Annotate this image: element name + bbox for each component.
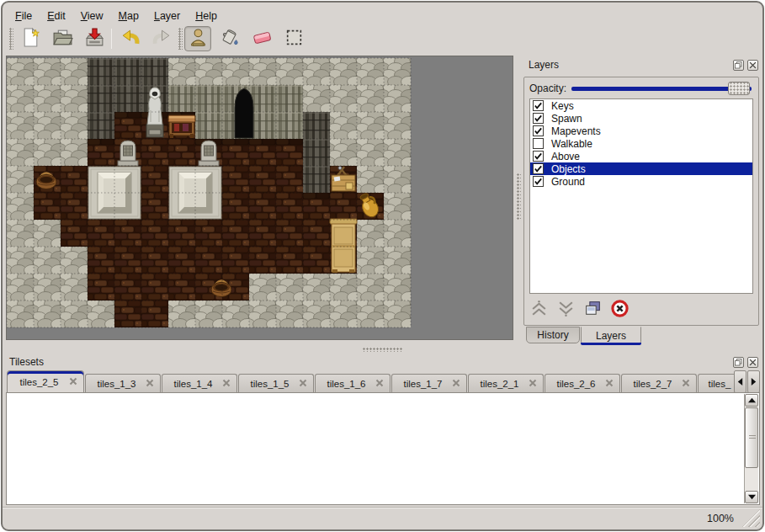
close-tab-icon[interactable] bbox=[529, 379, 537, 389]
map-object-gravestone bbox=[118, 141, 138, 166]
tileset-tab-tiles_2_6[interactable]: tiles_2_6 bbox=[545, 374, 620, 393]
redo-icon bbox=[151, 27, 173, 51]
menu-map[interactable]: Map bbox=[111, 8, 146, 24]
layer-label: Spawn bbox=[551, 113, 582, 125]
select-tool-button[interactable] bbox=[280, 26, 307, 51]
close-tab-icon[interactable] bbox=[299, 379, 307, 389]
layer-checkbox[interactable] bbox=[533, 125, 544, 136]
horizontal-splitter[interactable] bbox=[3, 346, 762, 354]
toolbar-separator bbox=[111, 29, 112, 49]
close-tab-icon[interactable] bbox=[222, 379, 231, 389]
close-tab-icon[interactable] bbox=[452, 379, 460, 389]
close-tab-icon[interactable] bbox=[682, 379, 690, 389]
layer-row-keys[interactable]: Keys bbox=[530, 99, 752, 112]
scrollbar-thumb[interactable] bbox=[745, 407, 758, 468]
close-panel-button[interactable] bbox=[747, 60, 758, 71]
menu-help[interactable]: Help bbox=[188, 8, 225, 24]
raise-layer-button[interactable] bbox=[528, 299, 550, 321]
menu-edit[interactable]: Edit bbox=[40, 8, 73, 24]
layer-checkbox[interactable] bbox=[533, 113, 544, 124]
tileset-scrollbar[interactable] bbox=[744, 394, 758, 503]
layer-checkbox[interactable] bbox=[533, 163, 544, 174]
close-tab-icon[interactable] bbox=[69, 377, 77, 387]
tab-scroll-right-button[interactable] bbox=[747, 370, 760, 393]
float-panel-button[interactable] bbox=[733, 60, 744, 71]
eraser-tool-button[interactable] bbox=[248, 26, 275, 51]
map-canvas[interactable] bbox=[6, 56, 513, 340]
tileset-tab-tiles_2_1[interactable]: tiles_2_1 bbox=[468, 374, 544, 393]
resize-grip[interactable] bbox=[742, 509, 760, 527]
layer-row-above[interactable]: Above bbox=[530, 150, 752, 162]
chevrons-up-icon bbox=[529, 299, 549, 322]
layer-checkbox[interactable] bbox=[533, 100, 544, 111]
tab-scroll-left-button[interactable] bbox=[734, 370, 746, 393]
layer-row-walkable[interactable]: Walkable bbox=[530, 137, 752, 150]
delete-layer-button[interactable] bbox=[608, 299, 630, 321]
layer-row-objects[interactable]: Objects bbox=[530, 162, 752, 175]
layer-checkbox[interactable] bbox=[533, 138, 544, 149]
close-tab-icon[interactable] bbox=[605, 379, 614, 389]
tileset-content bbox=[6, 392, 760, 505]
opacity-slider-handle[interactable] bbox=[728, 82, 750, 95]
tileset-tab-bar: tiles_2_5tiles_1_3tiles_1_4tiles_1_5tile… bbox=[6, 370, 760, 393]
layer-row-spawn[interactable]: Spawn bbox=[530, 112, 752, 125]
save-file-button[interactable] bbox=[81, 26, 108, 51]
tilesets-panel-title: Tilesets bbox=[9, 356, 44, 368]
opacity-label: Opacity: bbox=[529, 82, 571, 94]
layer-checkbox[interactable] bbox=[533, 151, 544, 162]
float-panel-button[interactable] bbox=[733, 357, 744, 368]
tilesets-panel: Tilesets tiles_2_5tiles_1_3tiles_1_4tile… bbox=[6, 354, 760, 506]
zoom-level: 100% bbox=[707, 513, 734, 524]
layer-row-ground[interactable]: Ground bbox=[530, 175, 752, 188]
menu-file[interactable]: File bbox=[8, 8, 40, 24]
scroll-up-button[interactable] bbox=[745, 394, 758, 407]
fill-tool-button[interactable] bbox=[216, 26, 243, 51]
close-tab-icon[interactable] bbox=[146, 379, 154, 389]
map-object-wardrobe bbox=[330, 219, 357, 273]
lower-layer-button[interactable] bbox=[555, 299, 576, 321]
new-file-icon bbox=[20, 27, 41, 51]
tileset-tab-tiles_1_5[interactable]: tiles_1_5 bbox=[238, 374, 314, 393]
open-folder-icon bbox=[52, 27, 73, 51]
open-file-button[interactable] bbox=[49, 26, 76, 51]
tileset-tab-tiles_1_3[interactable]: tiles_1_3 bbox=[85, 374, 161, 393]
splitter-grip bbox=[363, 348, 403, 352]
close-panel-button[interactable] bbox=[747, 357, 758, 368]
layer-label: Mapevents bbox=[551, 125, 601, 137]
layer-checkbox[interactable] bbox=[533, 176, 544, 187]
tileset-tab-tiles_1_7[interactable]: tiles_1_7 bbox=[391, 374, 467, 393]
layer-row-mapevents[interactable]: Mapevents bbox=[530, 125, 752, 137]
close-tab-icon[interactable] bbox=[375, 379, 384, 389]
layers-frame: Opacity: KeysSpawnMapeventsWalkableAbove… bbox=[523, 77, 759, 326]
duplicate-layer-button[interactable] bbox=[582, 299, 603, 321]
dock-tab-history[interactable]: History bbox=[526, 327, 580, 343]
map-object-table bbox=[168, 115, 195, 138]
layer-label: Keys bbox=[551, 100, 574, 112]
scroll-down-button[interactable] bbox=[745, 491, 758, 503]
toolbar-grip bbox=[178, 28, 183, 50]
vertical-splitter[interactable] bbox=[514, 56, 523, 340]
tileset-tab-tiles_1_4[interactable]: tiles_1_4 bbox=[162, 374, 237, 393]
redo-button[interactable] bbox=[148, 26, 175, 51]
opacity-slider[interactable] bbox=[571, 81, 753, 96]
undo-button[interactable] bbox=[116, 26, 143, 51]
layer-label: Above bbox=[551, 151, 580, 162]
toolbar-grip bbox=[9, 28, 13, 50]
tileset-tab-tiles_2_5[interactable]: tiles_2_5 bbox=[7, 370, 84, 393]
chevrons-down-icon bbox=[556, 299, 576, 322]
menu-layer[interactable]: Layer bbox=[146, 8, 188, 24]
stamp-tool-button[interactable] bbox=[184, 26, 211, 51]
dock-tab-layers[interactable]: Layers bbox=[581, 327, 641, 345]
menu-bar: FileEditViewMapLayerHelp bbox=[4, 7, 225, 24]
new-file-button[interactable] bbox=[17, 26, 44, 51]
tileset-tab-tiles_2_7[interactable]: tiles_2_7 bbox=[621, 374, 697, 393]
tileset-tab-tiles_1_6[interactable]: tiles_1_6 bbox=[315, 374, 390, 393]
app-window: FileEditViewMapLayerHelp Layers Opacity:… bbox=[1, 1, 764, 531]
layer-list: KeysSpawnMapeventsWalkableAboveObjectsGr… bbox=[529, 98, 753, 294]
eraser-icon bbox=[252, 27, 273, 51]
delete-red-icon bbox=[610, 299, 630, 322]
status-bar: 100% bbox=[3, 507, 762, 529]
opacity-slider-track bbox=[571, 87, 752, 91]
layer-label: Objects bbox=[551, 163, 586, 175]
menu-view[interactable]: View bbox=[73, 8, 111, 24]
